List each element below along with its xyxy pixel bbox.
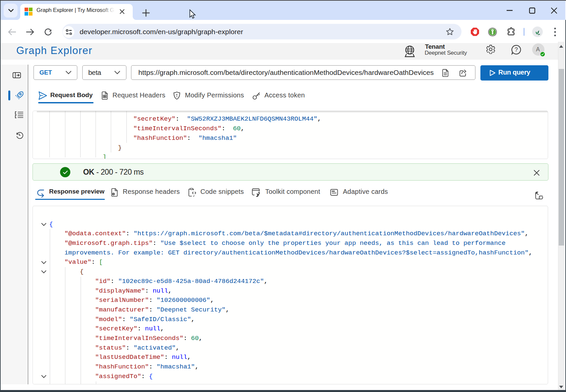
svg-text:?: ? [515,46,518,53]
